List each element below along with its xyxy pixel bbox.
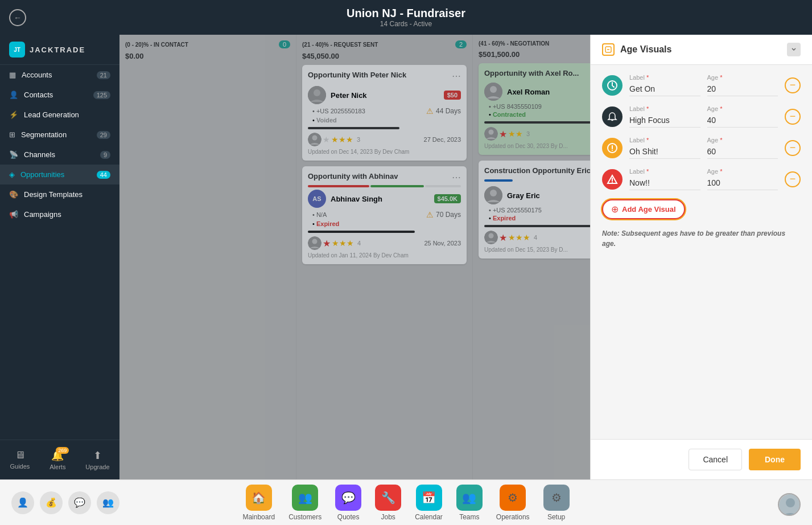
col3-title: (41 - 60)% - NEGOTIATION bbox=[479, 40, 549, 47]
age-label-input[interactable] bbox=[629, 82, 700, 96]
card-updated: Updated on Dec 30, 2023 By D... bbox=[484, 143, 590, 149]
col2-title: (21 - 40)% - REQUEST SENT bbox=[302, 42, 378, 48]
age-icon-clock bbox=[602, 75, 623, 96]
channels-badge: 9 bbox=[100, 151, 110, 159]
card-person-name: Peter Nick bbox=[331, 91, 367, 100]
guides-button[interactable]: 🖥 Guides bbox=[6, 446, 33, 474]
age-field-label: Age * bbox=[707, 105, 778, 112]
col3-amount: $501,500.00 bbox=[479, 50, 590, 59]
plus-icon: ⊕ bbox=[611, 204, 619, 215]
nav-item-mainboard[interactable]: 🏠 Mainboard bbox=[242, 485, 275, 521]
svg-point-9 bbox=[489, 130, 494, 135]
panel-note: Note: Subsequent ages have to be greater… bbox=[602, 228, 801, 249]
card-updated: Updated on Dec 15, 2023 By D... bbox=[484, 247, 590, 253]
card-avatar: AS bbox=[308, 190, 326, 208]
age-value-input[interactable] bbox=[707, 113, 778, 128]
card-updated: Updated on Dec 14, 2023 By Dev Cham bbox=[308, 149, 461, 155]
page-title: Union NJ - Fundraiser bbox=[347, 7, 465, 20]
remove-age-button[interactable]: − bbox=[785, 140, 801, 156]
sidebar-item-opportunities[interactable]: ◈ Opportunities 44 bbox=[0, 165, 119, 184]
panel-header-icon bbox=[602, 43, 615, 56]
card-menu-icon[interactable]: ⋯ bbox=[452, 71, 461, 81]
logo-icon: JT bbox=[9, 42, 25, 58]
label-field-label: Label * bbox=[629, 74, 700, 81]
svg-point-13 bbox=[489, 233, 494, 239]
age-label-input[interactable] bbox=[629, 145, 700, 159]
col2-amount: $45,050.00 bbox=[302, 52, 467, 60]
nav-item-customers[interactable]: 👥 Customers bbox=[288, 485, 321, 521]
card-person-name: Abhinav Singh bbox=[331, 195, 382, 203]
nav-item-quotes[interactable]: 💬 Quotes bbox=[335, 485, 361, 521]
back-button[interactable]: ← bbox=[9, 9, 26, 26]
card-title: Construction Opportunity Eric bbox=[484, 166, 590, 175]
alerts-button[interactable]: 🔔 269 Alerts bbox=[46, 446, 69, 474]
card-person-name: Gray Eric bbox=[507, 191, 540, 200]
card-title: Opportunity With Peter Nick bbox=[308, 71, 406, 79]
sidebar-item-channels[interactable]: 📡 Channels 9 bbox=[0, 145, 119, 165]
panel-toggle-button[interactable] bbox=[787, 43, 801, 56]
remove-age-button[interactable]: − bbox=[785, 171, 801, 187]
sidebar-item-contacts[interactable]: 👤 Contacts 125 bbox=[0, 85, 119, 105]
card-person-name: Axel Roman bbox=[507, 88, 550, 96]
age-value-input[interactable] bbox=[707, 82, 778, 96]
sidebar-item-lead-generation[interactable]: ⚡ Lead Generation bbox=[0, 105, 119, 125]
nav-item-teams[interactable]: 👥 Teams bbox=[456, 485, 483, 521]
card-updated: Updated on Jan 11, 2024 By Dev Cham bbox=[308, 252, 461, 259]
svg-point-1 bbox=[314, 89, 320, 96]
kanban-card[interactable]: Opportunity with Axel Ro... ✛ Axel Roman… bbox=[479, 63, 590, 155]
age-label-input[interactable] bbox=[629, 113, 700, 128]
svg-point-19 bbox=[612, 150, 613, 151]
sidebar-item-accounts[interactable]: ▦ Accounts 21 bbox=[0, 65, 119, 85]
sidebar-item-campaigns[interactable]: 📢 Campaigns bbox=[0, 204, 119, 224]
svg-point-5 bbox=[312, 239, 318, 244]
opportunities-badge: 44 bbox=[97, 171, 110, 179]
kanban-card[interactable]: Opportunity With Peter Nick ⋯ Peter Nick… bbox=[302, 65, 467, 161]
sidebar-item-design-templates[interactable]: 🎨 Design Templates bbox=[0, 184, 119, 204]
svg-point-22 bbox=[612, 182, 613, 183]
age-field-label: Age * bbox=[707, 137, 778, 143]
card-avatar bbox=[484, 186, 502, 204]
age-icon-exclamation bbox=[602, 138, 623, 158]
col1-title: (0 - 20)% - IN CONTACT bbox=[125, 42, 188, 48]
amount-badge: $50 bbox=[444, 91, 461, 100]
kanban-card[interactable]: Construction Opportunity Eric Gray Eric … bbox=[479, 161, 590, 259]
card-avatar bbox=[484, 83, 502, 101]
age-row: Label * Age * − bbox=[602, 168, 801, 190]
logo-text: JACKTRADE bbox=[30, 46, 85, 54]
bottom-left-icon-1[interactable]: 👤 bbox=[11, 491, 34, 514]
contacts-badge: 125 bbox=[93, 91, 110, 99]
age-value-input[interactable] bbox=[707, 176, 778, 190]
svg-point-7 bbox=[490, 86, 497, 93]
amount-badge: $45.0K bbox=[434, 194, 461, 203]
accounts-badge: 21 bbox=[97, 71, 110, 79]
svg-point-11 bbox=[490, 190, 497, 196]
card-avatar bbox=[308, 86, 326, 104]
card-title: Opportunity with Axel Ro... bbox=[484, 69, 579, 77]
page-subtitle: 14 Cards - Active bbox=[347, 20, 465, 28]
user-avatar[interactable] bbox=[778, 493, 801, 516]
nav-item-setup[interactable]: ⚙ Setup bbox=[543, 485, 570, 521]
add-age-visual-button[interactable]: ⊕ Add Age Visual bbox=[602, 199, 685, 219]
nav-item-operations[interactable]: ⚙ Operations bbox=[496, 485, 530, 521]
age-icon-bell bbox=[602, 106, 623, 127]
upgrade-button[interactable]: ⬆ Upgrade bbox=[82, 446, 113, 474]
kanban-card[interactable]: Opportunity with Abhinav ⋯ AS Abhinav Si… bbox=[302, 166, 467, 264]
bottom-left-icon-2[interactable]: 💰 bbox=[40, 491, 63, 514]
cancel-button[interactable]: Cancel bbox=[689, 449, 742, 470]
nav-item-jobs[interactable]: 🔧 Jobs bbox=[375, 485, 401, 521]
svg-point-3 bbox=[312, 136, 318, 141]
age-value-input[interactable] bbox=[707, 145, 778, 159]
nav-item-calendar[interactable]: 📅 Calendar bbox=[415, 485, 443, 521]
sidebar-item-segmentation[interactable]: ⊞ Segmentation 29 bbox=[0, 125, 119, 145]
bottom-left-icon-4[interactable]: 👥 bbox=[97, 491, 119, 514]
remove-age-button[interactable]: − bbox=[785, 109, 801, 125]
remove-age-button[interactable]: − bbox=[785, 77, 801, 93]
panel-title: Age Visuals bbox=[620, 44, 671, 55]
segmentation-badge: 29 bbox=[97, 131, 110, 139]
col2-badge: 2 bbox=[455, 40, 467, 48]
bottom-left-icon-3[interactable]: 💬 bbox=[68, 491, 91, 514]
svg-point-24 bbox=[786, 498, 795, 507]
done-button[interactable]: Done bbox=[749, 449, 801, 470]
card-menu-icon[interactable]: ⋯ bbox=[452, 172, 461, 183]
age-label-input[interactable] bbox=[629, 176, 700, 190]
